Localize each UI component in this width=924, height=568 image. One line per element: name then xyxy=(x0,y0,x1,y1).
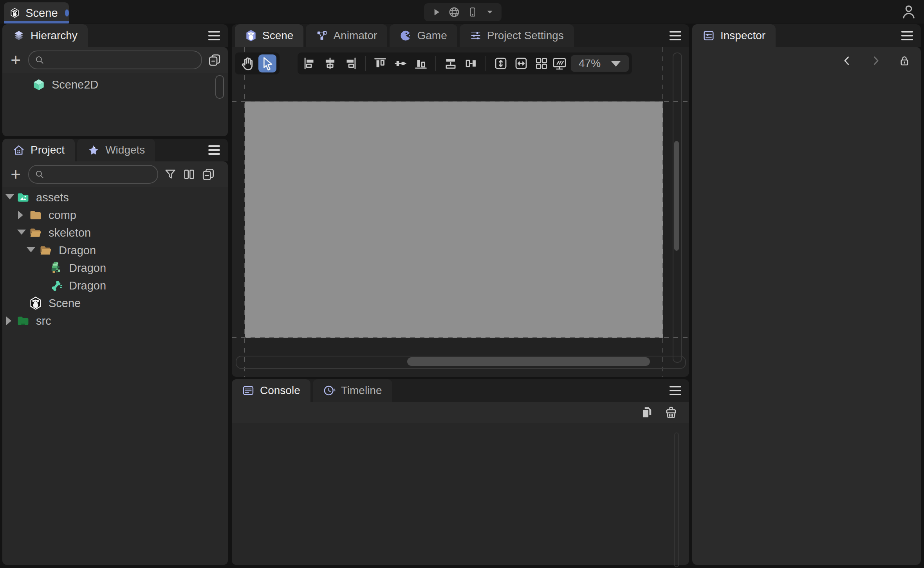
tree-item-skeleton[interactable]: skeleton xyxy=(2,224,228,242)
pacman-icon xyxy=(400,30,411,42)
duplicate-icon-button[interactable] xyxy=(201,167,215,181)
active-tab-underline xyxy=(4,21,69,24)
project-settings-tab-label: Project Settings xyxy=(487,29,564,42)
expand-horizontal-button[interactable] xyxy=(512,54,530,72)
game-tab-label: Game xyxy=(417,29,447,42)
modified-dot xyxy=(65,9,69,16)
console-panel: Console Timeline xyxy=(232,379,689,565)
tree-item-comp[interactable]: comp xyxy=(2,206,228,224)
expander-caret-right[interactable] xyxy=(6,317,11,325)
scene-canvas[interactable] xyxy=(245,101,663,338)
clear-console-button[interactable] xyxy=(664,405,678,420)
document-tab-scene[interactable]: Scene xyxy=(4,2,69,24)
inspector-nav xyxy=(840,54,911,67)
console-menu-button[interactable] xyxy=(670,386,681,395)
run-options-caret[interactable] xyxy=(485,7,494,17)
hierarchy-search-input[interactable] xyxy=(49,54,196,67)
hierarchy-search[interactable] xyxy=(28,51,202,69)
tab-console[interactable]: Console xyxy=(232,379,310,402)
tree-item-src[interactable]: src xyxy=(2,312,228,330)
columns-view-button[interactable] xyxy=(182,168,196,181)
align-top-button[interactable] xyxy=(371,54,389,72)
engine-logo-icon xyxy=(10,4,19,22)
zoom-level-select[interactable]: 47% xyxy=(571,55,629,72)
expander-caret-down[interactable] xyxy=(5,194,14,199)
viewport-vscroll-thumb[interactable] xyxy=(674,141,679,251)
viewport-hscroll-thumb[interactable] xyxy=(407,357,650,366)
align-bottom-button[interactable] xyxy=(412,54,430,72)
tab-scene[interactable]: Scene xyxy=(235,24,303,47)
clock-icon xyxy=(323,384,336,397)
distribute-rows-button[interactable] xyxy=(442,54,460,72)
tab-widgets[interactable]: Widgets xyxy=(77,139,155,161)
tree-item-label: Scene2D xyxy=(52,78,98,91)
animator-tab-label: Animator xyxy=(333,29,377,42)
device-preview-button[interactable] xyxy=(550,54,568,72)
copy-log-button[interactable] xyxy=(640,405,654,420)
console-tab-label: Console xyxy=(260,384,300,397)
tree-item-dragon-folder[interactable]: Dragon xyxy=(2,242,228,259)
project-toolbar: + xyxy=(2,161,228,187)
expand-vertical-button[interactable] xyxy=(492,54,510,72)
user-account-icon[interactable] xyxy=(901,4,917,20)
duplicate-icon-button[interactable] xyxy=(208,53,222,67)
tree-item-dragon-sprite[interactable]: Dragon xyxy=(2,259,228,277)
hierarchy-toolbar: + xyxy=(2,47,228,73)
project-menu-button[interactable] xyxy=(208,145,220,155)
tab-game[interactable]: Game xyxy=(390,24,457,47)
tab-project-settings[interactable]: Project Settings xyxy=(460,24,574,47)
tree-item-label: src xyxy=(36,315,51,327)
hand-tool-button[interactable] xyxy=(238,54,256,72)
hierarchy-menu-button[interactable] xyxy=(208,31,220,40)
align-center-vertical-button[interactable] xyxy=(392,54,410,72)
expander-caret-right[interactable] xyxy=(18,211,23,219)
select-tool-button[interactable] xyxy=(258,54,276,72)
scene-view-menu-button[interactable] xyxy=(670,31,681,40)
alignment-tool-group xyxy=(298,52,554,74)
chevron-left-button[interactable] xyxy=(840,54,854,67)
hierarchy-tab-label: Hierarchy xyxy=(31,29,78,42)
tab-inspector[interactable]: Inspector xyxy=(692,24,776,47)
pointer-tool-group xyxy=(235,52,280,74)
hierarchy-scrollbar-thumb[interactable] xyxy=(215,75,224,99)
play-button[interactable] xyxy=(431,7,441,17)
align-left-button[interactable] xyxy=(301,54,319,72)
sliders-icon xyxy=(470,30,482,42)
filter-funnel-button[interactable] xyxy=(164,168,177,181)
align-right-button[interactable] xyxy=(341,54,359,72)
console-icon xyxy=(242,384,254,397)
inspector-menu-button[interactable] xyxy=(901,31,913,40)
tab-project[interactable]: Project xyxy=(2,139,75,161)
tree-item-label: Dragon xyxy=(69,262,106,275)
project-panel: Project Widgets + xyxy=(2,139,228,565)
chevron-right-button[interactable] xyxy=(869,54,882,67)
expander-caret-down[interactable] xyxy=(27,247,35,252)
tab-animator[interactable]: Animator xyxy=(306,24,387,47)
tree-item-assets[interactable]: assets xyxy=(2,189,228,206)
tree-item-scene2d[interactable]: Scene2D xyxy=(2,76,228,94)
project-body: + xyxy=(2,161,228,565)
tree-item-label: Dragon xyxy=(69,279,106,292)
align-center-horizontal-button[interactable] xyxy=(321,54,339,72)
tab-timeline[interactable]: Timeline xyxy=(313,379,392,402)
distribute-columns-button[interactable] xyxy=(462,54,480,72)
web-run-button[interactable] xyxy=(448,6,460,18)
project-search-input[interactable] xyxy=(49,168,152,181)
add-asset-button[interactable]: + xyxy=(9,166,23,183)
scene-viewport[interactable]: 47% xyxy=(232,47,689,377)
lock-button[interactable] xyxy=(898,54,911,67)
console-output-area[interactable] xyxy=(232,423,689,565)
state-machine-icon xyxy=(316,30,328,42)
tree-item-label: Scene xyxy=(49,297,81,310)
cube-3d-icon xyxy=(32,78,45,91)
console-scrollbar-track[interactable] xyxy=(674,432,679,567)
mobile-run-button[interactable] xyxy=(467,7,478,18)
tree-item-dragon-bone[interactable]: Dragon xyxy=(2,277,228,295)
view-settings-group: 47% xyxy=(547,52,632,74)
expander-caret-down[interactable] xyxy=(17,230,26,235)
tree-item-scene-file[interactable]: Scene xyxy=(2,295,228,312)
add-node-button[interactable]: + xyxy=(9,51,23,69)
tab-hierarchy[interactable]: Hierarchy xyxy=(2,24,88,47)
project-search[interactable] xyxy=(28,165,158,184)
toolbar-separator xyxy=(485,56,486,71)
